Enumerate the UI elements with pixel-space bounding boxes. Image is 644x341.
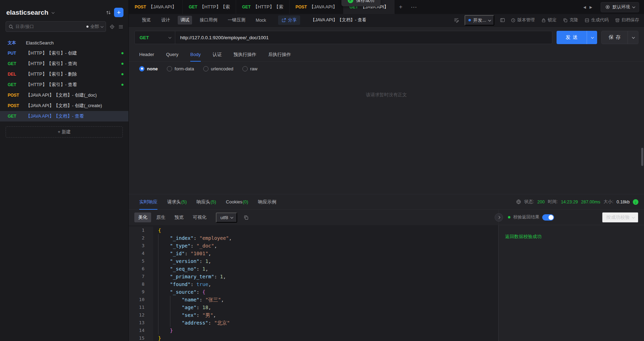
globe-icon [516, 199, 521, 204]
layout-icon[interactable] [500, 18, 505, 23]
request-tab-Query[interactable]: Query [166, 48, 178, 61]
request-tab-Body[interactable]: Body [190, 48, 201, 61]
validation-mode-dropdown[interactable]: 按成功校验 [602, 212, 638, 223]
copy-icon[interactable] [243, 215, 249, 220]
history-icon [511, 18, 516, 23]
chevron-down-icon [168, 36, 171, 39]
main-area: POST【JAVA API】GET【HTTP】【索GET【HTTP】【索POST… [129, 0, 644, 341]
sidebar-api-item[interactable]: GET【HTTP】【索引】- 查询 [0, 58, 128, 69]
response-tab-请求头[interactable]: 请求头(5) [167, 194, 187, 209]
method-selector[interactable]: GET [135, 31, 175, 44]
action-clone[interactable]: 克隆 [563, 17, 578, 23]
code-token: : [197, 305, 203, 310]
collapse-all-icon[interactable] [118, 24, 123, 29]
send-options-dropdown[interactable] [587, 31, 597, 44]
sidebar-api-item[interactable]: 文本ElasticSearch [0, 37, 128, 48]
response-size: 0.18kb [616, 200, 630, 204]
sidebar-api-item[interactable]: PUT【HTTP】【索引】- 创建 [0, 48, 128, 58]
add-api-button[interactable]: + [114, 8, 123, 17]
code-line: 12 "sex": "男", [129, 311, 498, 319]
more-tabs-icon[interactable]: ⋯ [406, 0, 421, 14]
scrollbar-thumb[interactable] [641, 148, 643, 166]
request-tab[interactable]: POST【JAVA API】 [129, 0, 183, 14]
mode-设计[interactable]: 设计 [158, 16, 173, 25]
sidebar-api-item[interactable]: GET【JAVA API】【文档】- 查看 [0, 111, 128, 121]
project-title[interactable]: elasticsearch [6, 9, 48, 16]
request-tab[interactable]: GET【HTTP】【索 [236, 0, 290, 14]
mode-接口用例[interactable]: 接口用例 [197, 16, 220, 25]
action-label: 版本管理 [517, 17, 535, 23]
format-icon[interactable] [454, 18, 459, 23]
mode-一键压测[interactable]: 一键压测 [225, 16, 248, 25]
download-response-icon[interactable]: ↓ [633, 199, 638, 205]
validation-toggle[interactable] [542, 214, 554, 221]
dev-status-dropdown[interactable]: 开发... [465, 15, 494, 26]
body-type-urlencoded[interactable]: urlencoded [203, 66, 233, 71]
response-tab-label: 实时响应 [139, 199, 157, 205]
indent-guide [158, 257, 158, 265]
code-content: } [153, 334, 498, 341]
response-tab-响应头[interactable]: 响应头(5) [197, 194, 216, 209]
collapse-panel-icon[interactable] [495, 213, 503, 222]
search-filter-dropdown[interactable]: 全部 [86, 24, 103, 30]
body-type-none[interactable]: none [139, 66, 158, 71]
new-tab-button[interactable]: + [395, 0, 406, 14]
encoding-dropdown[interactable]: utf8 [216, 213, 237, 223]
request-tab-后执行操作[interactable]: 后执行操作 [268, 48, 291, 61]
body-type-raw[interactable]: raw [242, 66, 257, 71]
action-history[interactable]: 版本管理 [511, 17, 535, 23]
body-type-form-data[interactable]: form-data [167, 66, 194, 71]
response-body-editor[interactable]: 1{2 "_index": "employee",3 "_type": "_do… [129, 225, 498, 341]
code-line: 6 "_seq_no": 1, [129, 265, 498, 273]
code-token: "_seq_no" [170, 266, 197, 272]
code-token: "found" [170, 281, 191, 287]
sidebar-api-item[interactable]: DEL【HTTP】【索引】- 删除 [0, 69, 128, 79]
window-scrollbar[interactable] [641, 0, 644, 341]
clone-icon [563, 18, 568, 23]
response-tab-Cookies[interactable]: Cookies(0) [226, 194, 248, 209]
code-token: : [197, 289, 203, 295]
response-tab-响应示例[interactable]: 响应示例 [258, 194, 276, 209]
view-mode-原生[interactable]: 原生 [153, 213, 169, 222]
response-tab-实时响应[interactable]: 实时响应 [139, 194, 157, 209]
status-code: 200 [537, 200, 545, 204]
import-export-icon[interactable] [106, 10, 111, 15]
history-nav-arrows[interactable]: ◀▶ [583, 5, 596, 9]
sidebar-api-item[interactable]: POST【JAVA API】【文档】- 创建(_doc) [0, 90, 128, 100]
response-tab-label: 响应头 [197, 199, 210, 205]
request-tab-Header[interactable]: Header [139, 48, 154, 61]
send-button[interactable]: 发送 [557, 31, 597, 44]
locate-current-icon[interactable] [109, 24, 115, 29]
new-api-button[interactable]: + 新建 [6, 126, 123, 138]
save-options-dropdown[interactable] [628, 31, 638, 44]
request-tab[interactable]: GET【HTTP】【索 [183, 0, 236, 14]
share-button[interactable]: 分享 [278, 15, 300, 25]
filter-dot-icon [86, 26, 89, 28]
request-tab-认证[interactable]: 认证 [213, 48, 222, 61]
lock-icon [541, 18, 546, 23]
view-mode-预览[interactable]: 预览 [171, 213, 187, 222]
action-archive[interactable]: 归档保存 [615, 17, 639, 23]
method-badge: GET [189, 5, 197, 9]
mode-预览[interactable]: 预览 [139, 16, 154, 25]
action-generate-code[interactable]: 生成代码 [585, 17, 609, 23]
validation-header: 校验返回结果 按成功校验 [499, 210, 644, 225]
request-tab[interactable]: POST【JAVA API】 [290, 0, 344, 14]
view-mode-可视化[interactable]: 可视化 [189, 213, 210, 222]
environment-selector[interactable]: 默认环境 [601, 2, 639, 12]
action-lock[interactable]: 锁定 [541, 17, 557, 23]
mode-调试[interactable]: 调试 [178, 16, 192, 25]
code-token: : [199, 258, 205, 264]
view-mode-美化[interactable]: 美化 [134, 213, 151, 222]
code-token: "_id" [170, 251, 185, 256]
sidebar-api-item[interactable]: POST【JAVA API】【文档】- 创建(_create) [0, 100, 128, 111]
sidebar-api-item[interactable]: GET【HTTP】【索引】- 查看 [0, 79, 128, 90]
search-input[interactable]: 目录/接口 全部 [6, 21, 106, 32]
request-tab-预执行操作[interactable]: 预执行操作 [234, 48, 256, 61]
request-panel: GET 发送 保存 HeaderQueryBody认证预执行操作后执行操作 no… [129, 27, 644, 341]
action-label: 锁定 [548, 17, 557, 23]
mode-Mock[interactable]: Mock [253, 16, 269, 24]
code-token: , [208, 281, 211, 287]
url-input[interactable] [175, 35, 552, 40]
save-button[interactable]: 保存 [601, 31, 638, 44]
